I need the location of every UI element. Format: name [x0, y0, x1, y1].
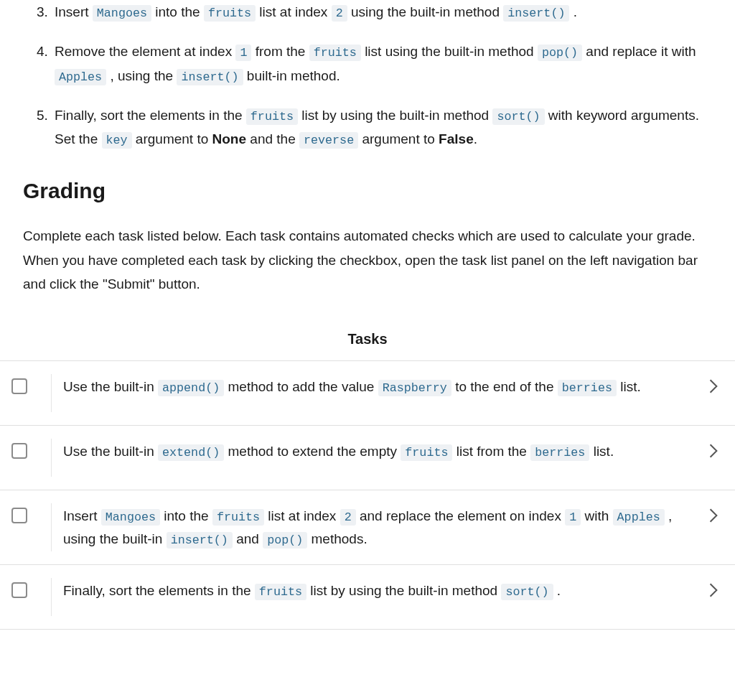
task-checkbox[interactable]	[11, 378, 27, 394]
chevron-right-icon[interactable]	[701, 503, 726, 523]
task-checkbox[interactable]	[11, 443, 27, 459]
task-checkbox-cell	[11, 374, 52, 412]
code-token: Apples	[55, 69, 106, 85]
code-token: Mangoes	[101, 509, 160, 526]
tasks-header: Tasks	[0, 322, 735, 360]
code-token: fruits	[401, 444, 452, 461]
bold-text: False	[439, 131, 474, 146]
code-token: berries	[558, 380, 617, 396]
code-token: Raspberry	[378, 380, 451, 396]
instruction-item: Finally, sort the elements in the fruits…	[52, 103, 712, 151]
code-token: fruits	[255, 584, 306, 600]
code-token: 1	[565, 509, 581, 526]
chevron-right-icon[interactable]	[701, 374, 726, 394]
chevron-right-icon[interactable]	[701, 439, 726, 459]
task-checkbox-cell	[11, 503, 52, 551]
code-token: fruits	[309, 45, 361, 61]
code-token: fruits	[246, 108, 298, 125]
code-token: insert()	[167, 532, 233, 549]
code-token: sort()	[501, 584, 553, 600]
instruction-item: Insert Mangoes into the fruits list at i…	[52, 0, 712, 24]
task-checkbox-cell	[11, 578, 52, 616]
code-token: append()	[158, 380, 224, 396]
task-checkbox[interactable]	[11, 508, 27, 523]
tasks-table: Use the built-in append() method to add …	[0, 360, 735, 630]
grading-description: Complete each task listed below. Each ta…	[23, 224, 712, 296]
code-token: Apples	[613, 509, 665, 526]
code-token: pop()	[538, 45, 582, 61]
chevron-right-icon[interactable]	[701, 578, 726, 598]
instruction-item: Remove the element at index 1 from the f…	[52, 39, 712, 88]
grading-heading: Grading	[23, 174, 712, 208]
code-token: extend()	[158, 444, 224, 461]
bold-text: None	[212, 131, 247, 146]
task-row[interactable]: Insert Mangoes into the fruits list at i…	[0, 490, 735, 565]
code-token: sort()	[492, 108, 544, 125]
task-description: Use the built-in extend() method to exte…	[52, 439, 701, 465]
code-token: Mangoes	[93, 5, 151, 22]
code-token: 2	[332, 5, 347, 22]
task-checkbox[interactable]	[11, 582, 27, 598]
instruction-list: Insert Mangoes into the fruits list at i…	[23, 0, 712, 151]
code-token: key	[102, 132, 132, 149]
code-token: fruits	[212, 509, 264, 526]
task-checkbox-cell	[11, 439, 52, 477]
code-token: 1	[235, 45, 251, 61]
code-token: berries	[530, 444, 589, 461]
task-row[interactable]: Use the built-in append() method to add …	[0, 361, 735, 426]
task-row[interactable]: Use the built-in extend() method to exte…	[0, 426, 735, 490]
code-token: insert()	[177, 69, 243, 85]
code-token: pop()	[263, 532, 307, 549]
code-token: insert()	[503, 5, 569, 22]
task-description: Insert Mangoes into the fruits list at i…	[52, 503, 701, 551]
task-description: Use the built-in append() method to add …	[52, 374, 701, 400]
code-token: reverse	[299, 132, 358, 149]
task-description: Finally, sort the elements in the fruits…	[52, 578, 701, 604]
code-token: 2	[340, 509, 356, 526]
task-row[interactable]: Finally, sort the elements in the fruits…	[0, 565, 735, 630]
code-token: fruits	[204, 5, 256, 22]
